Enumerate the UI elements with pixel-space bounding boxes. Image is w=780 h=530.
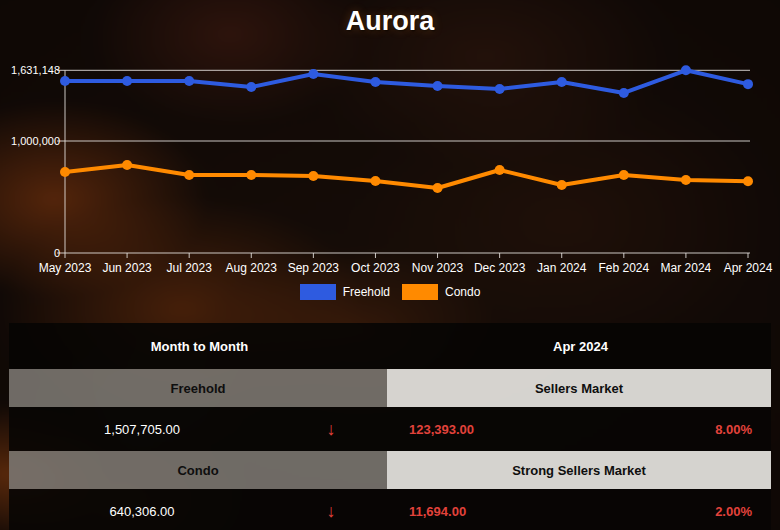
freehold-value-row: 1,507,705.00 ↓ 123,393.00 8.00% (9, 407, 771, 451)
svg-text:Mar 2024: Mar 2024 (661, 261, 712, 275)
svg-text:0: 0 (54, 247, 60, 259)
svg-text:Nov 2023: Nov 2023 (412, 261, 464, 275)
condo-value-row: 640,306.00 ↓ 11,694.00 2.00% (9, 489, 771, 530)
report-screen: Aurora 01,000,0001,631,148May 2023Jun 20… (0, 0, 780, 530)
freehold-change-percent: 8.00% (715, 422, 752, 437)
down-arrow-icon: ↓ (275, 502, 387, 520)
market-summary-table: Month to Month Apr 2024 Freehold Sellers… (9, 323, 771, 530)
condo-current-value: 640,306.00 (9, 504, 275, 519)
freehold-current-value: 1,507,705.00 (9, 422, 275, 437)
header-month-to-month: Month to Month (9, 323, 390, 369)
legend-item-freehold[interactable]: Freehold (300, 284, 390, 300)
condo-label-row: Condo Strong Sellers Market (9, 451, 771, 489)
freehold-series-swatch-icon (300, 284, 336, 300)
svg-text:Jan 2024: Jan 2024 (537, 261, 587, 275)
svg-text:Aug 2023: Aug 2023 (226, 261, 278, 275)
svg-text:Dec 2023: Dec 2023 (474, 261, 526, 275)
svg-text:Apr 2024: Apr 2024 (724, 261, 773, 275)
svg-text:Oct 2023: Oct 2023 (351, 261, 400, 275)
market-status-freehold: Sellers Market (387, 369, 771, 407)
svg-text:Jul 2023: Jul 2023 (166, 261, 212, 275)
svg-text:Feb 2024: Feb 2024 (598, 261, 649, 275)
legend-label-freehold: Freehold (343, 285, 390, 299)
market-status-condo: Strong Sellers Market (387, 451, 771, 489)
down-arrow-icon: ↓ (275, 420, 387, 438)
header-period: Apr 2024 (390, 323, 771, 369)
price-trend-chart[interactable]: 01,000,0001,631,148May 2023Jun 2023Jul 2… (0, 0, 780, 310)
svg-text:Sep 2023: Sep 2023 (288, 261, 340, 275)
legend-label-condo: Condo (445, 285, 480, 299)
svg-text:1,631,148: 1,631,148 (11, 64, 60, 76)
category-freehold: Freehold (9, 369, 387, 407)
condo-change-percent: 2.00% (715, 504, 752, 519)
freehold-change-amount: 123,393.00 (409, 422, 474, 437)
condo-series-swatch-icon (402, 284, 438, 300)
svg-text:Jun 2023: Jun 2023 (102, 261, 152, 275)
table-header-row: Month to Month Apr 2024 (9, 323, 771, 369)
condo-change-amount: 11,694.00 (409, 504, 466, 519)
category-condo: Condo (9, 451, 387, 489)
legend-item-condo[interactable]: Condo (402, 284, 480, 300)
svg-text:1,000,000: 1,000,000 (11, 135, 60, 147)
freehold-label-row: Freehold Sellers Market (9, 369, 771, 407)
svg-text:May 2023: May 2023 (39, 261, 92, 275)
chart-legend: Freehold Condo (0, 283, 780, 301)
